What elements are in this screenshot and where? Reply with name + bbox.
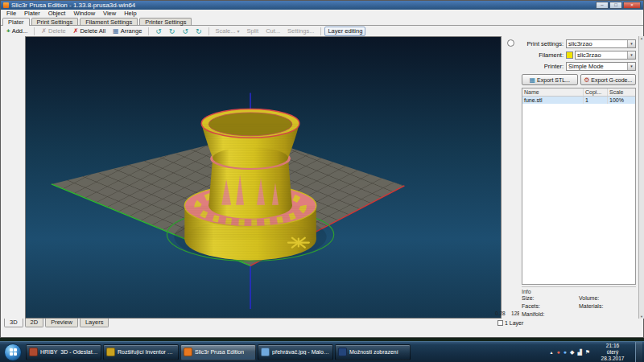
taskbar-buttons: HRIBY_3D - Odeslat d... Rozšiřující Inve…	[26, 344, 411, 360]
column-header-name[interactable]: Name	[522, 88, 584, 96]
chevron-down-icon: ▾	[627, 51, 635, 59]
printer-select[interactable]: Simple Mode ▾	[566, 62, 636, 71]
object-name-cell: fune.stl	[522, 97, 584, 104]
settings-label: Settings...	[287, 27, 314, 35]
view-tab-preview[interactable]: Preview	[45, 319, 78, 327]
delete-button[interactable]: ✗ Delete	[38, 27, 68, 36]
add-icon: +	[6, 28, 10, 35]
network-icon[interactable]: ▟	[577, 349, 581, 356]
object-copies-cell: 1	[584, 97, 608, 104]
app-icon	[3, 2, 9, 8]
info-materials-label: Materials:	[579, 303, 636, 309]
one-layer-checkbox[interactable]	[497, 320, 503, 326]
tab-filament-settings[interactable]: Filament Settings	[80, 18, 138, 25]
rotate-ccw-45-button[interactable]: ↺	[152, 27, 165, 36]
layer-slider-handle[interactable]	[507, 39, 514, 47]
main-tabbar: Plater Print Settings Filament Settings …	[1, 17, 643, 26]
printer-row: Printer: Simple Mode ▾	[522, 61, 636, 71]
viewport-3d[interactable]	[25, 36, 502, 319]
info-box: Info Size: Volume: Facets: Materials: Ma…	[522, 286, 636, 317]
taskbar-window-hriby[interactable]: HRIBY_3D - Odeslat d...	[26, 344, 101, 360]
tray-app-icon-red[interactable]: ●	[556, 349, 559, 356]
volume-icon[interactable]: ◆	[570, 349, 574, 356]
taskbar-window-display-options[interactable]: Možnosti zobrazení	[335, 344, 411, 360]
plater-toolbar: + Add... ✗ Delete ✗ Delete All ▦ Arrange…	[1, 26, 643, 36]
export-stl-button[interactable]: ▦ Export STL...	[522, 74, 578, 85]
view-tabbar: 3D 2D Preview Layers 1 Layer	[1, 319, 643, 329]
settings-panel: Print settings: slic3rzao ▾ Filament: sl…	[519, 36, 638, 319]
menu-view[interactable]: View	[99, 10, 120, 17]
scale-label: Scale...	[216, 27, 236, 35]
taskbar: HRIBY_3D - Odeslat d... Rozšiřující Inve…	[0, 341, 644, 362]
taskbar-window-label: Slic3r Prusa Edition	[195, 349, 244, 355]
paint-app-icon	[261, 348, 270, 356]
scale-button[interactable]: Scale... ▾	[213, 27, 243, 36]
windows-logo-icon	[10, 348, 17, 356]
view-tab-2d[interactable]: 2D	[25, 319, 44, 327]
layer-editing-button[interactable]: Layer editing	[324, 27, 365, 36]
minimize-button[interactable]: –	[596, 2, 609, 9]
taskbar-clock[interactable]: 21:16 úterý 28.3.2017	[596, 343, 630, 362]
one-layer-toggle[interactable]: 1 Layer	[497, 320, 523, 326]
tab-print-settings[interactable]: Print Settings	[31, 18, 79, 25]
maximize-button[interactable]: □	[609, 2, 622, 9]
clock-day: úterý	[596, 349, 630, 356]
filament-select[interactable]: slic3rzao ▾	[575, 51, 636, 60]
export-gcode-button[interactable]: ⚙ Export G-code...	[580, 74, 637, 85]
menu-plater[interactable]: Plater	[20, 10, 44, 17]
slic3r-app-icon	[184, 348, 192, 356]
panel-scrollbar[interactable]: ▲ ▼	[638, 36, 644, 319]
taskbar-window-label: HRIBY_3D - Odeslat d...	[40, 349, 98, 355]
tab-plater[interactable]: Plater	[2, 18, 30, 26]
chevron-down-icon: ▾	[627, 63, 635, 70]
printer-label: Printer:	[522, 63, 564, 70]
delete-all-label: Delete All	[80, 27, 105, 35]
show-hidden-icons-button[interactable]: ▲	[550, 349, 554, 356]
info-manifold-label: Manifold:	[522, 311, 579, 317]
menu-help[interactable]: Help	[120, 10, 140, 17]
taskbar-window-paint[interactable]: přehrávač.jpg - Malov...	[258, 344, 333, 360]
stl-file-icon: ▦	[530, 76, 536, 84]
export-gcode-label: Export G-code...	[591, 77, 632, 83]
taskbar-window-inventor[interactable]: Rozšiřující Inventor Pr...	[103, 344, 179, 360]
action-center-icon[interactable]: ⚑	[585, 349, 590, 356]
column-header-copies[interactable]: Copi...	[584, 88, 608, 96]
titlebar: Slic3r Prusa Edition - 1.33.8-prusa3d-wi…	[1, 1, 643, 10]
show-desktop-button[interactable]	[635, 342, 642, 362]
close-button[interactable]: ×	[623, 2, 641, 9]
system-tray: ▲ ● ● ◆ ▟ ⚑ 21:16 úterý 28.3.2017	[550, 342, 642, 362]
column-header-scale[interactable]: Scale	[608, 88, 635, 96]
scroll-up-icon[interactable]: ▲	[639, 36, 644, 40]
tab-printer-settings[interactable]: Printer Settings	[139, 18, 192, 25]
menu-file[interactable]: File	[2, 10, 20, 17]
rotate-cw-45-button[interactable]: ↻	[166, 27, 179, 36]
start-button[interactable]	[4, 343, 22, 361]
rotate-ccw-button[interactable]: ↺	[179, 27, 192, 36]
arrange-button[interactable]: ▦ Arrange	[109, 27, 145, 36]
taskbar-window-slic3r[interactable]: Slic3r Prusa Edition	[180, 344, 256, 360]
desktop: Slic3r Prusa Edition - 1.33.8-prusa3d-wi…	[0, 0, 644, 362]
cut-button[interactable]: Cut...	[262, 27, 283, 36]
rotate-cw-button[interactable]: ↻	[192, 27, 205, 36]
delete-all-icon: ✗	[73, 28, 79, 35]
view-tab-layers[interactable]: Layers	[80, 319, 109, 327]
email-app-icon	[29, 348, 38, 356]
clock-time: 21:16	[596, 343, 630, 349]
settings-button[interactable]: Settings...	[284, 27, 317, 36]
tray-app-icon-blue[interactable]: ●	[564, 349, 567, 356]
split-button[interactable]: Split	[244, 27, 262, 36]
layer-slider-strip: 0.28 128.00	[502, 36, 519, 319]
table-row[interactable]: fune.stl 1 100%	[522, 97, 635, 104]
window-title: Slic3r Prusa Edition - 1.33.8-prusa3d-wi…	[11, 2, 595, 9]
delete-label: Delete	[48, 27, 66, 35]
delete-all-button[interactable]: ✗ Delete All	[70, 27, 109, 36]
toolbar-separator	[34, 27, 35, 35]
menu-window[interactable]: Window	[69, 10, 99, 17]
add-button[interactable]: + Add...	[3, 27, 31, 36]
view-tab-3d[interactable]: 3D	[4, 319, 23, 327]
chevron-down-icon: ▾	[237, 28, 240, 35]
menu-object[interactable]: Object	[44, 10, 70, 17]
chevron-down-icon: ▾	[627, 40, 635, 47]
taskbar-window-label: přehrávač.jpg - Malov...	[272, 349, 330, 355]
print-settings-select[interactable]: slic3rzao ▾	[566, 39, 636, 48]
